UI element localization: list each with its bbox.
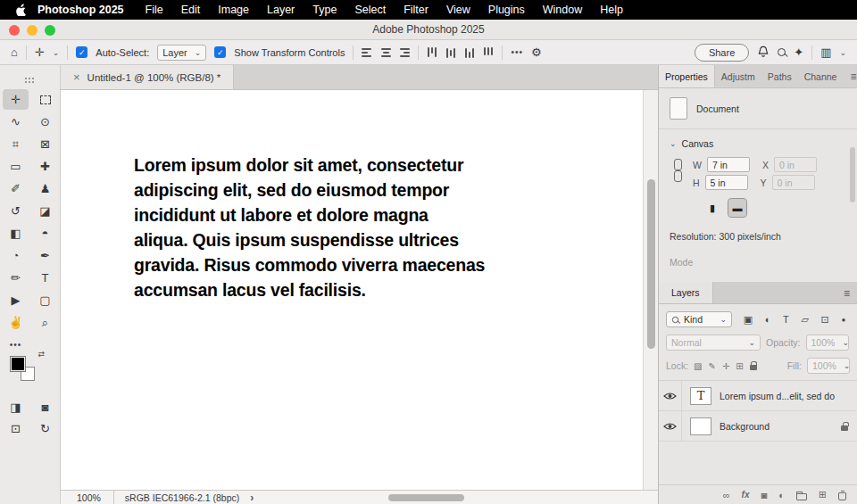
opacity-dropdown[interactable]: 100% ⌄ (806, 335, 849, 351)
rectangular-marquee-tool[interactable] (32, 89, 58, 110)
layer-visibility-eye-icon[interactable] (659, 381, 682, 410)
chevron-down-icon[interactable]: ⌄ (839, 48, 846, 57)
chevron-down-icon[interactable]: ⌄ (53, 48, 60, 57)
chevron-right-icon[interactable]: › (250, 492, 254, 504)
eyedropper-tool[interactable]: ▭ (3, 156, 29, 177)
layer-row[interactable]: TLorem ipsum d...elit, sed do (659, 381, 857, 411)
dodge-tool[interactable]: ◔ (3, 245, 29, 266)
swap-colors-icon[interactable]: ⇄ (37, 350, 45, 359)
new-layer-icon[interactable]: ⊞ (819, 489, 827, 500)
quick-mask-button[interactable]: ◙ (32, 397, 58, 417)
filter-kind-dropdown[interactable]: Kind ⌄ (666, 311, 732, 327)
document-canvas[interactable]: Lorem ipsum dolor sit amet, consectetura… (61, 90, 643, 490)
gradient-tool[interactable]: ◧ (3, 223, 29, 244)
auto-select-dropdown[interactable]: Layer ⌄ (157, 45, 206, 61)
lorem-text-layer[interactable]: Lorem ipsum dolor sit amet, consectetura… (134, 153, 485, 302)
align-left-icon[interactable] (362, 48, 372, 57)
menu-item-layer[interactable]: Layer (267, 4, 295, 16)
link-layers-icon[interactable]: ∞ (723, 490, 730, 500)
distribute-icon[interactable] (484, 47, 493, 58)
minimize-window-button[interactable] (27, 25, 37, 36)
panel-menu-icon[interactable]: ≡ (836, 282, 857, 303)
panel-tab-channe[interactable]: Channe (798, 65, 844, 87)
canvas-viewport[interactable]: Lorem ipsum dolor sit amet, consectetura… (61, 90, 658, 490)
tab-layers[interactable]: Layers (659, 282, 713, 303)
lock-artboard-icon[interactable]: ⊞ (736, 361, 743, 371)
rectangle-tool[interactable]: ▢ (32, 290, 58, 310)
filter-adjustment-layers-icon[interactable]: ◐ (765, 314, 771, 325)
layer-visibility-eye-icon[interactable] (659, 411, 682, 441)
search-icon[interactable] (778, 48, 786, 56)
align-bottom-icon[interactable] (465, 47, 474, 58)
crop-tool[interactable]: ⌗ (3, 134, 29, 154)
hand-tool[interactable]: ✌ (3, 312, 29, 333)
smudge-tool[interactable]: ◓ (32, 223, 58, 244)
frame-tool[interactable]: ⊠ (32, 134, 58, 154)
canvas-height-input[interactable] (705, 175, 748, 190)
align-top-icon[interactable] (428, 47, 437, 58)
filter-type-layers-icon[interactable]: T (783, 314, 789, 325)
rotate-view-button[interactable]: ↻ (32, 418, 58, 439)
bell-icon[interactable] (757, 45, 770, 60)
pen-tool[interactable]: ✒ (32, 245, 58, 266)
screen-mode-button[interactable]: ⊡ (3, 418, 29, 439)
portrait-orientation-button[interactable]: ▮ (703, 199, 721, 217)
landscape-orientation-button[interactable]: ▬ (728, 199, 746, 217)
layer-thumbnail[interactable] (690, 417, 711, 435)
layer-group-icon[interactable] (796, 493, 807, 500)
menu-item-file[interactable]: File (146, 4, 163, 16)
filter-smart-objects-icon[interactable]: ⊡ (821, 314, 829, 326)
blend-mode-dropdown[interactable]: Normal ⌄ (666, 335, 761, 351)
home-icon[interactable]: ⌂ (11, 45, 18, 59)
filter-pixel-layers-icon[interactable]: ▣ (744, 314, 753, 326)
eraser-tool[interactable]: ◪ (32, 201, 58, 221)
vertical-scrollbar-thumb[interactable] (647, 179, 655, 349)
canvas-y-input[interactable] (772, 175, 815, 190)
brush-tool[interactable]: ✐ (3, 178, 29, 199)
fill-dropdown[interactable]: 100% ⌄ (807, 358, 850, 374)
link-dimensions-icon[interactable] (674, 159, 681, 182)
show-transform-checkbox[interactable]: ✓ (214, 46, 226, 58)
document-tab[interactable]: × Untitled-1 @ 100% (RGB/8) * (61, 65, 234, 89)
zoom-tool[interactable]: ⌕ (32, 312, 58, 333)
lasso-tool[interactable]: ∿ (3, 112, 29, 132)
align-right-icon[interactable] (399, 48, 410, 57)
healing-brush-tool[interactable]: ✚ (32, 156, 58, 177)
panel-menu-icon[interactable]: ≡ (843, 65, 857, 87)
panel-tab-paths[interactable]: Paths (761, 65, 798, 87)
type-tool[interactable]: T (32, 268, 58, 288)
zoom-level[interactable]: 100% (61, 491, 114, 504)
history-brush-tool[interactable]: ↺ (3, 201, 29, 221)
lock-all-icon[interactable] (750, 365, 757, 370)
horizontal-scrollbar-thumb[interactable] (388, 494, 464, 501)
menu-item-plugins[interactable]: Plugins (488, 4, 525, 16)
layer-mask-icon[interactable]: ◙ (761, 490, 767, 500)
menu-item-select[interactable]: Select (354, 4, 386, 16)
pencil-tool[interactable]: ✏ (3, 268, 29, 288)
menu-item-edit[interactable]: Edit (181, 4, 201, 16)
path-selection-tool[interactable]: ▶ (3, 290, 29, 310)
canvas-section-header[interactable]: ⌄ Canvas (659, 129, 857, 153)
panel-tab-properties[interactable]: Properties (659, 65, 715, 87)
menu-item-view[interactable]: View (446, 4, 470, 16)
canvas-width-input[interactable] (707, 157, 750, 172)
menu-item-image[interactable]: Image (218, 4, 249, 16)
panel-tab-adjustm[interactable]: Adjustm (715, 65, 761, 87)
workspace-panel-icon[interactable]: ▥ (820, 45, 831, 59)
layer-effects-icon[interactable]: fx (742, 490, 750, 500)
more-options-icon[interactable]: ••• (511, 47, 523, 57)
move-tool-preset-icon[interactable]: ✛ (35, 45, 45, 59)
layer-thumbnail[interactable]: T (690, 387, 711, 405)
toolbar-grip[interactable] (25, 78, 27, 79)
object-selection-tool[interactable]: ⊙ (32, 112, 58, 132)
lock-transparency-icon[interactable]: ▨ (694, 361, 702, 371)
canvas-x-input[interactable] (774, 157, 817, 172)
apple-menu-icon[interactable] (12, 4, 30, 16)
filter-shape-layers-icon[interactable]: ▱ (801, 314, 808, 326)
move-tool[interactable]: ✛ (3, 89, 29, 110)
close-tab-icon[interactable]: × (73, 70, 80, 84)
gear-icon[interactable]: ⚙ (531, 45, 542, 59)
delete-layer-icon[interactable] (838, 492, 846, 500)
vertical-scrollbar[interactable] (643, 90, 658, 490)
layer-row[interactable]: Background (659, 411, 857, 442)
